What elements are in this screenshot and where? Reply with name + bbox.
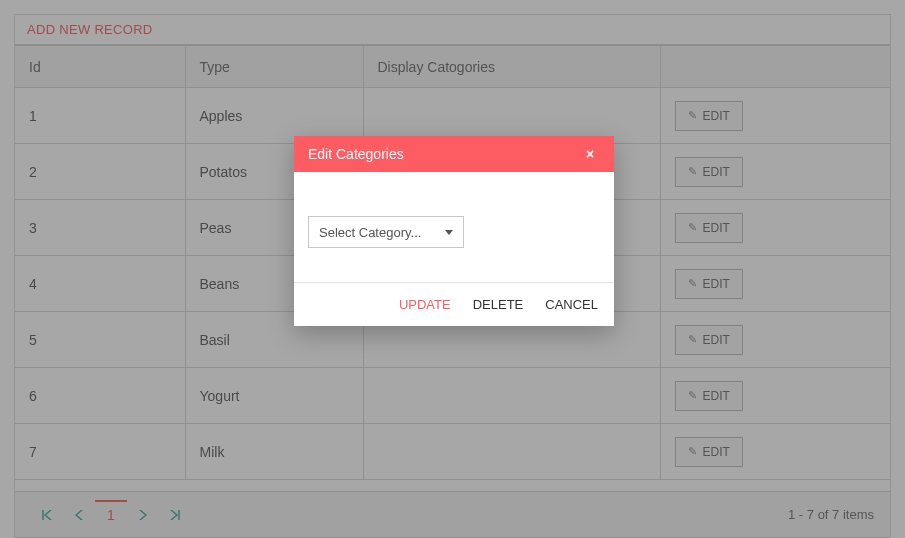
dropdown-placeholder: Select Category...	[319, 225, 421, 240]
update-button[interactable]: UPDATE	[399, 297, 451, 312]
modal-title: Edit Categories	[308, 146, 404, 162]
edit-categories-modal: Edit Categories × Select Category... UPD…	[294, 136, 614, 326]
category-dropdown[interactable]: Select Category...	[308, 216, 464, 248]
modal-footer: UPDATE DELETE CANCEL	[294, 282, 614, 326]
cancel-button[interactable]: CANCEL	[545, 297, 598, 312]
chevron-down-icon	[445, 230, 453, 235]
delete-button[interactable]: DELETE	[473, 297, 524, 312]
modal-header: Edit Categories ×	[294, 136, 614, 172]
close-icon[interactable]: ×	[580, 144, 600, 164]
modal-body: Select Category...	[294, 172, 614, 282]
